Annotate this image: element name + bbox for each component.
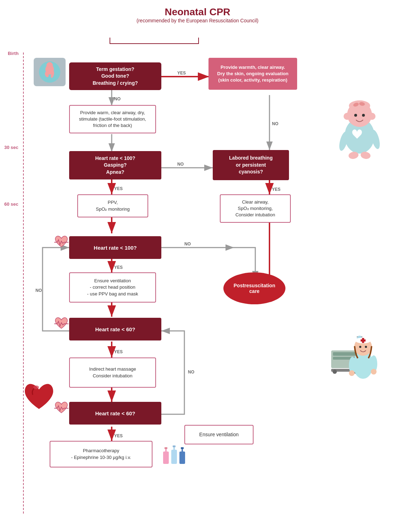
flowchart: YES NO NO NO YES YES NO YES <box>0 24 395 528</box>
timeline-line <box>23 52 24 514</box>
svg-rect-75 <box>173 445 176 447</box>
heart-pulse-icon-3 <box>52 399 70 417</box>
svg-rect-73 <box>171 450 177 464</box>
svg-text:YES: YES <box>114 349 123 354</box>
svg-rect-70 <box>163 451 169 464</box>
svg-point-63 <box>359 346 361 348</box>
thirty-sec-label: 30 sec <box>4 145 18 150</box>
svg-text:NO: NO <box>272 121 278 126</box>
svg-text:NO: NO <box>184 242 191 246</box>
svg-text:YES: YES <box>177 71 186 76</box>
nurse-figure <box>328 301 381 382</box>
ensure-ventilation1-box: Ensure ventilation - correct head positi… <box>69 272 156 303</box>
labored-breathing-box: Labored breathing or persistent cyanosis… <box>213 150 289 180</box>
svg-point-68 <box>371 369 377 375</box>
indirect-heart-box: Indirect heart massage Consider intubati… <box>69 358 156 388</box>
svg-text:YES: YES <box>114 265 123 270</box>
sixty-sec-label: 60 sec <box>4 201 18 207</box>
provide-warmth-box: Provide warmth, clear airway. Dry the sk… <box>208 58 297 90</box>
svg-point-69 <box>33 386 39 389</box>
svg-rect-74 <box>173 447 175 450</box>
heart-rate-100a-box: Heart rate < 100? Gasping? Apnea? <box>69 151 161 179</box>
ampoules-icon <box>161 444 190 471</box>
svg-text:NO: NO <box>114 96 121 101</box>
svg-point-64 <box>365 346 367 348</box>
svg-point-39 <box>368 113 375 120</box>
svg-point-38 <box>344 113 351 120</box>
clear-airway-spo2-box: Clear airway, SpO₂ monitoring, Consider … <box>220 194 291 223</box>
svg-text:NO: NO <box>177 162 184 167</box>
svg-rect-62 <box>361 339 366 342</box>
ensure-ventilation2-box: Ensure ventilation <box>184 425 254 444</box>
svg-point-67 <box>349 370 355 376</box>
heart-rate-100b-box: Heart rate < 100? <box>69 236 161 259</box>
heart-pulse-icon-1 <box>52 233 70 251</box>
svg-point-32 <box>46 62 53 68</box>
svg-text:NO: NO <box>188 370 194 375</box>
svg-rect-71 <box>165 449 167 452</box>
heart-organ-icon <box>21 379 57 414</box>
heart-rate-60a-box: Heart rate < 60? <box>69 318 161 340</box>
svg-text:NO: NO <box>35 288 42 293</box>
svg-rect-78 <box>181 447 184 449</box>
svg-point-52 <box>333 370 337 374</box>
svg-text:YES: YES <box>272 187 280 192</box>
provide-warm-clear-box: Provide warm, clear airway, dry, stimula… <box>69 105 156 133</box>
svg-point-37 <box>349 100 370 111</box>
page-title: Neonatal CPR (recommended by the Europea… <box>0 0 395 23</box>
main-title: Neonatal CPR <box>0 6 395 18</box>
svg-text:YES: YES <box>114 186 123 191</box>
term-gestation-box: Term gestation? Good tone? Breathing / c… <box>69 62 161 90</box>
svg-rect-76 <box>179 451 185 464</box>
svg-rect-77 <box>182 449 183 452</box>
svg-rect-72 <box>165 447 167 449</box>
subtitle: (recommended by the European Resuscitati… <box>0 18 395 23</box>
svg-point-43 <box>362 114 365 117</box>
heart-rate-60b-box: Heart rate < 60? <box>69 402 161 425</box>
birth-label: Birth <box>8 51 18 56</box>
svg-point-42 <box>354 114 357 117</box>
pharmacotherapy-box: Pharmacotherapy - Epinephrine 10-30 µg/k… <box>50 441 152 467</box>
fetus-icon <box>32 56 66 86</box>
baby-figure <box>336 90 383 161</box>
heart-pulse-icon-2 <box>52 315 70 332</box>
svg-rect-49 <box>333 352 358 356</box>
svg-text:YES: YES <box>114 433 123 438</box>
ppv-box: PPV, SpO₂ monitoring <box>77 194 148 217</box>
postresuscitation-box: Postresuscitation care <box>223 272 285 304</box>
